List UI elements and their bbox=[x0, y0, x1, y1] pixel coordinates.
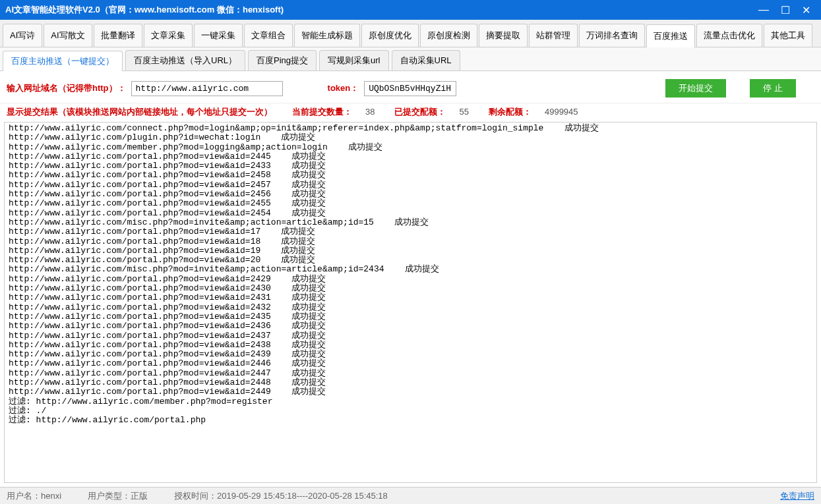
log-area[interactable]: http://www.ailyric.com/connect.php?mod=l… bbox=[4, 122, 817, 483]
current-count-value: 38 bbox=[365, 107, 375, 117]
auth-time-value: 2019-05-29 15:45:18----2020-05-28 15:45:… bbox=[217, 491, 388, 501]
main-tab-3[interactable]: 文章采集 bbox=[144, 24, 193, 47]
log-line: http://www.ailyric.com/portal.php?mod=vi… bbox=[9, 209, 812, 218]
user-type-label: 用户类型： bbox=[88, 491, 131, 501]
log-line: http://www.ailyric.com/portal.php?mod=vi… bbox=[9, 303, 812, 312]
submitted-quota-label: 已提交配额： bbox=[394, 107, 446, 117]
form-area: 输入网址域名（记得带http）： token： 开始提交 停 止 bbox=[0, 71, 821, 103]
log-line: http://www.ailyric.com/portal.php?mod=vi… bbox=[9, 199, 812, 208]
log-line: 过滤: ./ bbox=[9, 406, 812, 416]
log-line: http://www.ailyric.com/portal.php?mod=vi… bbox=[9, 275, 812, 284]
log-line: 过滤: http://www.ailyric.com/portal.php bbox=[9, 416, 812, 425]
log-line: http://www.ailyric.com/portal.php?mod=vi… bbox=[9, 181, 812, 190]
sub-tab-0[interactable]: 百度主动推送（一键提交） bbox=[3, 51, 123, 71]
log-line: http://www.ailyric.com/plugin.php?id=wec… bbox=[9, 133, 812, 142]
sub-tab-4[interactable]: 自动采集URL bbox=[392, 50, 460, 70]
log-line: http://www.ailyric.com/member.php?mod=lo… bbox=[9, 143, 812, 152]
remain-quota-value: 4999945 bbox=[545, 107, 578, 117]
log-line: http://www.ailyric.com/misc.php?mod=invi… bbox=[9, 265, 812, 274]
user-type-value: 正版 bbox=[131, 491, 148, 501]
main-tab-2[interactable]: 批量翻译 bbox=[94, 24, 142, 47]
disclaimer-link[interactable]: 免责声明 bbox=[780, 490, 814, 502]
url-label: 输入网址域名（记得带http）： bbox=[7, 82, 126, 94]
log-line: 过滤: http://www.ailyric.com/member.php?mo… bbox=[9, 397, 812, 406]
user-value: henxi bbox=[41, 491, 61, 501]
main-tab-5[interactable]: 文章组合 bbox=[244, 24, 293, 47]
log-line: http://www.ailyric.com/portal.php?mod=vi… bbox=[9, 387, 812, 397]
log-line: http://www.ailyric.com/portal.php?mod=vi… bbox=[9, 341, 812, 350]
window-title: AI文章智能处理软件V2.0（官网：www.henxisoft.com 微信：h… bbox=[5, 4, 758, 16]
log-line: http://www.ailyric.com/portal.php?mod=vi… bbox=[9, 322, 812, 331]
close-icon[interactable]: ✕ bbox=[802, 4, 810, 16]
log-line: http://www.ailyric.com/portal.php?mod=vi… bbox=[9, 369, 812, 378]
titlebar: AI文章智能处理软件V2.0（官网：www.henxisoft.com 微信：h… bbox=[0, 0, 821, 20]
sub-tab-2[interactable]: 百度Ping提交 bbox=[248, 50, 317, 70]
log-line: http://www.ailyric.com/portal.php?mod=vi… bbox=[9, 331, 812, 341]
log-line: http://www.ailyric.com/portal.php?mod=vi… bbox=[9, 171, 812, 180]
stop-button[interactable]: 停 止 bbox=[750, 79, 796, 98]
main-tab-8[interactable]: 原创度检测 bbox=[420, 24, 477, 47]
result-header: 显示提交结果（该模块推送网站内部链接地址，每个地址只提交一次） 当前提交数量：3… bbox=[0, 103, 821, 121]
log-line: http://www.ailyric.com/portal.php?mod=vi… bbox=[9, 237, 812, 246]
statusbar: 用户名：henxi 用户类型：正版 授权时间：2019-05-29 15:45:… bbox=[0, 487, 821, 504]
auth-time-label: 授权时间： bbox=[174, 491, 217, 501]
main-tab-6[interactable]: 智能生成标题 bbox=[294, 24, 360, 47]
log-line: http://www.ailyric.com/portal.php?mod=vi… bbox=[9, 246, 812, 256]
minimize-icon[interactable]: ― bbox=[758, 4, 769, 16]
main-tab-0[interactable]: AI写诗 bbox=[3, 24, 42, 47]
token-input[interactable] bbox=[364, 81, 456, 96]
current-count-label: 当前提交数量： bbox=[292, 107, 352, 117]
sub-tabs: 百度主动推送（一键提交）百度主动推送（导入URL）百度Ping提交写规则采集ur… bbox=[0, 47, 821, 71]
sub-tab-1[interactable]: 百度主动推送（导入URL） bbox=[125, 50, 245, 70]
sub-tab-3[interactable]: 写规则采集url bbox=[319, 50, 388, 70]
main-tab-12[interactable]: 百度推送 bbox=[646, 24, 695, 47]
log-line: http://www.ailyric.com/portal.php?mod=vi… bbox=[9, 227, 812, 237]
log-line: http://www.ailyric.com/portal.php?mod=vi… bbox=[9, 359, 812, 368]
main-tab-14[interactable]: 其他工具 bbox=[764, 24, 812, 47]
maximize-icon[interactable]: ☐ bbox=[781, 4, 790, 16]
remain-quota-label: 剩余配额： bbox=[489, 107, 532, 117]
main-tab-9[interactable]: 摘要提取 bbox=[479, 24, 528, 47]
main-tab-10[interactable]: 站群管理 bbox=[529, 24, 578, 47]
main-tab-1[interactable]: AI写散文 bbox=[44, 24, 92, 47]
main-tab-11[interactable]: 万词排名查询 bbox=[579, 24, 645, 47]
main-tab-7[interactable]: 原创度优化 bbox=[361, 24, 419, 47]
result-header-label: 显示提交结果（该模块推送网站内部链接地址，每个地址只提交一次） bbox=[7, 106, 272, 118]
main-tab-4[interactable]: 一键采集 bbox=[194, 24, 243, 47]
token-label: token： bbox=[328, 82, 359, 94]
url-input[interactable] bbox=[131, 81, 283, 96]
submitted-quota-value: 55 bbox=[459, 107, 468, 117]
start-button[interactable]: 开始提交 bbox=[665, 79, 726, 98]
main-tab-13[interactable]: 流量点击优化 bbox=[696, 24, 762, 47]
log-line: http://www.ailyric.com/portal.php?mod=vi… bbox=[9, 293, 812, 302]
main-tabs: AI写诗AI写散文批量翻译文章采集一键采集文章组合智能生成标题原创度优化原创度检… bbox=[0, 20, 821, 47]
user-label: 用户名： bbox=[7, 491, 41, 501]
